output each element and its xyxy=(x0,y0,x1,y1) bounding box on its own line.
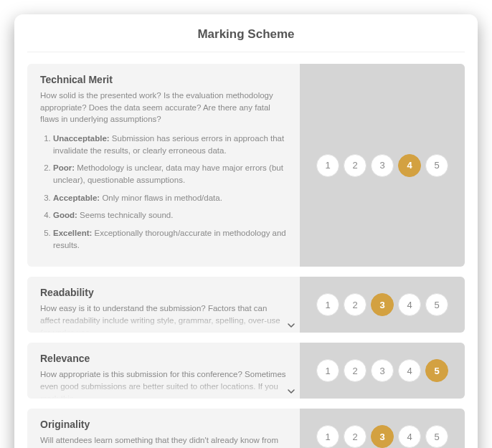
criterion-content: RelevanceHow appropriate is this submiss… xyxy=(27,343,300,399)
score-button-2[interactable]: 2 xyxy=(344,359,366,382)
score-button-4[interactable]: 4 xyxy=(398,425,421,448)
score-button-5[interactable]: 5 xyxy=(425,293,448,316)
score-button-5[interactable]: 5 xyxy=(425,154,448,177)
scale-item: Acceptable: Only minor flaws in method/d… xyxy=(53,192,288,204)
scale-text: Seems technically sound. xyxy=(80,211,173,219)
chevron-down-icon[interactable] xyxy=(287,387,295,396)
criterion-title: Originality xyxy=(40,419,288,430)
score-button-3[interactable]: 3 xyxy=(371,154,394,177)
page-title: Marking Scheme xyxy=(27,27,465,42)
score-button-4[interactable]: 4 xyxy=(398,154,421,177)
divider xyxy=(27,52,465,52)
criterion-row: ReadabilityHow easy is it to understand … xyxy=(27,277,465,333)
criterion-row: OriginalityWill attendees learn somethin… xyxy=(27,409,465,448)
criteria-list: Technical MeritHow solid is the presente… xyxy=(27,64,465,448)
scale-item: Good: Seems technically sound. xyxy=(53,209,288,221)
scale-item: Excellent: Exceptionally thorough/accura… xyxy=(53,227,288,251)
criterion-title: Relevance xyxy=(40,353,288,364)
scale-list: Unacceptable: Submission has serious err… xyxy=(40,133,288,251)
score-button-1[interactable]: 1 xyxy=(316,154,339,177)
score-button-1[interactable]: 1 xyxy=(316,425,339,448)
scale-item: Unacceptable: Submission has serious err… xyxy=(53,133,288,156)
score-panel: 12345 xyxy=(300,343,465,399)
criterion-row: RelevanceHow appropriate is this submiss… xyxy=(27,343,465,399)
score-button-1[interactable]: 1 xyxy=(316,293,339,316)
scale-item: Poor: Methodology is unclear, data may h… xyxy=(53,162,288,186)
score-button-4[interactable]: 4 xyxy=(398,359,421,382)
score-button-3[interactable]: 3 xyxy=(371,293,394,316)
score-row: 12345 xyxy=(316,293,448,316)
scale-label: Excellent: xyxy=(53,229,92,237)
score-button-2[interactable]: 2 xyxy=(344,425,366,448)
criterion-row: Technical MeritHow solid is the presente… xyxy=(27,64,465,267)
score-button-1[interactable]: 1 xyxy=(316,359,339,382)
score-row: 12345 xyxy=(316,425,448,448)
score-button-3[interactable]: 3 xyxy=(371,425,394,448)
marking-scheme-card: Marking Scheme Technical MeritHow solid … xyxy=(14,14,478,448)
criterion-title: Technical Merit xyxy=(40,74,288,85)
criterion-content: OriginalityWill attendees learn somethin… xyxy=(27,409,300,448)
chevron-down-icon[interactable] xyxy=(287,321,295,330)
scale-text: Methodology is unclear, data may have ma… xyxy=(53,163,283,184)
scale-label: Acceptable: xyxy=(53,194,100,202)
score-panel: 12345 xyxy=(300,409,465,448)
scale-label: Unacceptable: xyxy=(53,134,110,143)
criterion-content: Technical MeritHow solid is the presente… xyxy=(27,64,300,267)
score-panel: 12345 xyxy=(300,64,465,267)
criterion-title: Readability xyxy=(40,287,288,298)
criterion-description: How solid is the presented work? Is the … xyxy=(40,90,288,125)
score-button-2[interactable]: 2 xyxy=(344,293,366,316)
criterion-content: ReadabilityHow easy is it to understand … xyxy=(27,277,300,333)
score-button-4[interactable]: 4 xyxy=(398,293,421,316)
score-button-2[interactable]: 2 xyxy=(344,154,366,177)
score-row: 12345 xyxy=(316,154,448,177)
score-button-5[interactable]: 5 xyxy=(425,359,448,382)
score-panel: 12345 xyxy=(300,277,465,333)
score-button-5[interactable]: 5 xyxy=(425,425,448,448)
score-button-3[interactable]: 3 xyxy=(371,359,394,382)
scale-label: Poor: xyxy=(53,163,75,172)
scale-label: Good: xyxy=(53,211,77,219)
scale-text: Only minor flaws in method/data. xyxy=(102,194,222,202)
criterion-description: Will attendees learn something that they… xyxy=(40,434,288,448)
score-row: 12345 xyxy=(316,359,448,382)
criterion-description: How easy is it to understand the submiss… xyxy=(40,302,288,333)
criterion-description: How appropriate is this submission for t… xyxy=(40,368,288,399)
